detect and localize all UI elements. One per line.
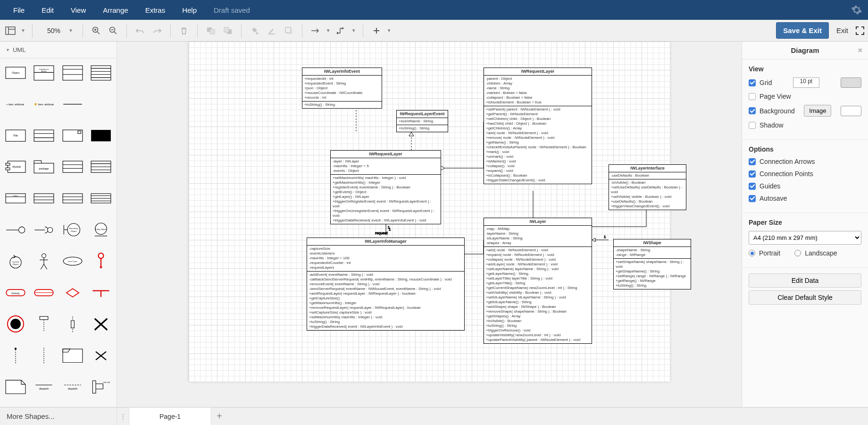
shape-class3[interactable] — [61, 62, 84, 83]
shape-class-d[interactable] — [89, 188, 113, 209]
shadow-checkbox[interactable] — [749, 122, 756, 129]
shape-actor[interactable] — [32, 251, 56, 272]
shape-class-c[interactable] — [61, 188, 84, 209]
redo-icon[interactable] — [150, 24, 164, 37]
shape-component[interactable] — [32, 125, 56, 146]
shape-end-activity[interactable] — [4, 314, 27, 334]
menu-extras[interactable]: Extras — [138, 2, 173, 18]
menu-file[interactable]: File — [6, 2, 32, 18]
paper-size-select[interactable]: A4 (210 mm x 297 mm) — [749, 231, 861, 245]
shape-start-activity[interactable] — [89, 251, 113, 272]
zoom-value[interactable]: 50% — [42, 27, 66, 34]
add-page-button[interactable]: + — [211, 408, 227, 425]
grid-size-input[interactable]: 10 pt — [793, 77, 819, 88]
shape-dispatch[interactable]: dispatch — [32, 376, 56, 397]
layout-dropdown-icon[interactable]: ▼ — [21, 28, 25, 33]
shape-note[interactable] — [4, 376, 27, 397]
to-front-icon[interactable] — [204, 24, 217, 37]
uml-IWLayerInterface[interactable]: IWLayerInterface -useDefaults : Boolean … — [609, 164, 686, 210]
shape-frame[interactable] — [61, 345, 84, 366]
add-icon[interactable] — [370, 24, 383, 37]
shape-socket[interactable] — [32, 220, 56, 240]
pageview-checkbox[interactable] — [749, 93, 756, 100]
menu-view[interactable]: View — [63, 2, 93, 18]
grid-color-swatch[interactable] — [841, 77, 861, 88]
fill-color-icon[interactable] — [248, 24, 261, 37]
shape-item-attr[interactable]: + item: attribute — [4, 94, 27, 115]
shape-selfcall[interactable]: self call — [89, 376, 113, 397]
shape-table[interactable] — [61, 157, 84, 178]
shape-component2[interactable] — [61, 125, 84, 146]
uml-IWShape[interactable]: IWShape -shapeName : String -range : IWR… — [613, 239, 691, 289]
connection-dropdown-icon[interactable]: ▼ — [326, 28, 331, 33]
shape-activity[interactable]: Activity — [4, 282, 27, 303]
shape-item-attr-h[interactable]: item: attribute — [32, 94, 56, 115]
uml-IWRequestLayer-mid[interactable]: IWRequestLayer -layer : IWLayer -maxHits… — [330, 150, 441, 224]
background-checkbox[interactable] — [749, 107, 756, 114]
shape-boundary[interactable]: BoundaryObject — [61, 220, 84, 240]
shape-lifeline-start[interactable] — [32, 314, 56, 334]
image-button[interactable]: Image — [804, 105, 831, 117]
shape-class-a[interactable]: Class — [4, 188, 27, 209]
menu-help[interactable]: Help — [175, 2, 204, 18]
more-shapes-button[interactable]: More Shapes... — [0, 408, 117, 425]
close-panel-icon[interactable]: × — [858, 46, 862, 55]
uml-IWRequestLayer-top[interactable]: IWRequestLayer -parent : Object -childre… — [484, 68, 592, 184]
portrait-radio[interactable] — [749, 250, 755, 256]
shape-destroy[interactable] — [89, 314, 113, 334]
uml-IWRequestLayerEvent[interactable]: IWRequestLayerEvent +eventName : String … — [396, 110, 448, 132]
shape-lifeline2[interactable] — [32, 345, 56, 366]
shape-interface[interactable]: «interface»Name — [32, 62, 56, 83]
waypoint-dropdown-icon[interactable]: ▼ — [351, 28, 356, 33]
uml-IWLayerInfoEvent[interactable]: IWLayerInfoEvent +requestedid : int +req… — [302, 68, 382, 109]
zoom-out-icon[interactable] — [107, 24, 120, 37]
shape-empty[interactable] — [89, 94, 113, 115]
shape-package[interactable]: package — [32, 157, 56, 178]
zoom-dropdown-icon[interactable]: ▼ — [68, 28, 73, 33]
fullscreen-icon[interactable] — [856, 26, 864, 35]
shadow-icon[interactable] — [282, 24, 295, 37]
shape-divider[interactable] — [61, 94, 84, 115]
shape-destruction[interactable] — [89, 345, 113, 366]
shapes-header[interactable]: ▼ UML — [0, 42, 117, 59]
shape-state[interactable] — [32, 282, 56, 303]
shape-lifeline-act[interactable] — [61, 314, 84, 334]
shape-block[interactable] — [89, 125, 113, 146]
shape-fork[interactable] — [89, 282, 113, 303]
zoom-in-icon[interactable] — [90, 24, 103, 37]
landscape-radio[interactable] — [794, 250, 801, 256]
connection-icon[interactable] — [309, 24, 322, 37]
shape-class5[interactable] — [89, 62, 113, 83]
layout-icon[interactable] — [4, 24, 17, 37]
shape-usecase[interactable]: Use Case — [61, 251, 84, 272]
shape-lifeline[interactable] — [4, 345, 27, 366]
edit-data-button[interactable]: Edit Data — [749, 273, 861, 288]
exit-button[interactable]: Exit — [834, 23, 851, 38]
clear-style-button[interactable]: Clear Default Style — [749, 290, 861, 305]
guides-checkbox[interactable] — [749, 183, 756, 190]
tab-menu-icon[interactable]: ⋮ — [117, 408, 129, 425]
shape-object[interactable]: Object — [4, 62, 27, 83]
shape-module[interactable]: Module — [4, 157, 27, 178]
menu-edit[interactable]: Edit — [34, 2, 61, 18]
delete-icon[interactable] — [177, 24, 191, 37]
canvas-area[interactable]: request 1 1 1 — [117, 42, 742, 407]
to-back-icon[interactable] — [221, 24, 234, 37]
waypoint-icon[interactable] — [334, 24, 348, 37]
add-dropdown-icon[interactable]: ▼ — [387, 28, 392, 33]
conn-points-checkbox[interactable] — [749, 170, 756, 178]
uml-IWLayer[interactable]: IWLayer -map : IWMap -layerName : String… — [484, 218, 592, 344]
tab-page-1[interactable]: Page-1 — [129, 408, 211, 425]
settings-icon[interactable] — [851, 4, 862, 16]
shape-table2[interactable] — [89, 157, 113, 178]
conn-arrows-checkbox[interactable] — [749, 158, 756, 165]
save-exit-button[interactable]: Save & Exit — [776, 22, 829, 39]
grid-checkbox[interactable] — [749, 79, 756, 86]
line-color-icon[interactable] — [265, 24, 278, 37]
shape-control[interactable]: ControlObject — [4, 251, 27, 272]
shape-class-b[interactable] — [32, 188, 56, 209]
shape-branch[interactable] — [61, 282, 84, 303]
uml-IWLayerInfoManager[interactable]: IWLayerInfoManager -captureSize -eventLi… — [307, 238, 465, 331]
background-color-swatch[interactable] — [841, 106, 861, 116]
undo-icon[interactable] — [134, 24, 147, 37]
